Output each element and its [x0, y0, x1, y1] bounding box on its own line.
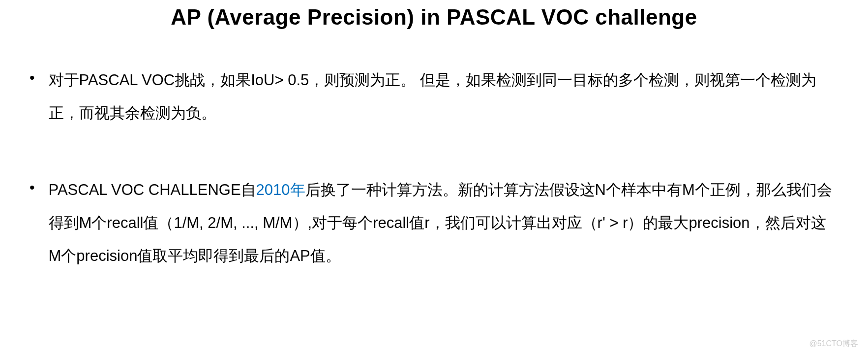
bullet-item-2: • PASCAL VOC CHALLENGE自2010年后换了一种计算方法。新的…: [30, 174, 838, 272]
bullet-text-2: PASCAL VOC CHALLENGE自2010年后换了一种计算方法。新的计算…: [49, 174, 838, 272]
bullet-2-part-0: PASCAL VOC CHALLENGE自: [49, 181, 256, 198]
bullet-1-part-0: 对于PASCAL VOC挑战，如果IoU> 0.5，则预测为正。 但是，如果检测…: [49, 71, 816, 122]
slide-title: AP (Average Precision) in PASCAL VOC cha…: [30, 5, 838, 30]
bullet-dot-icon: •: [30, 64, 35, 92]
watermark: @51CTO博客: [809, 339, 858, 349]
bullet-dot-icon: •: [30, 174, 35, 201]
bullet-item-1: • 对于PASCAL VOC挑战，如果IoU> 0.5，则预测为正。 但是，如果…: [30, 64, 838, 129]
bullet-list: • 对于PASCAL VOC挑战，如果IoU> 0.5，则预测为正。 但是，如果…: [30, 64, 838, 272]
bullet-2-highlight: 2010年: [256, 181, 305, 198]
bullet-text-1: 对于PASCAL VOC挑战，如果IoU> 0.5，则预测为正。 但是，如果检测…: [49, 64, 838, 129]
